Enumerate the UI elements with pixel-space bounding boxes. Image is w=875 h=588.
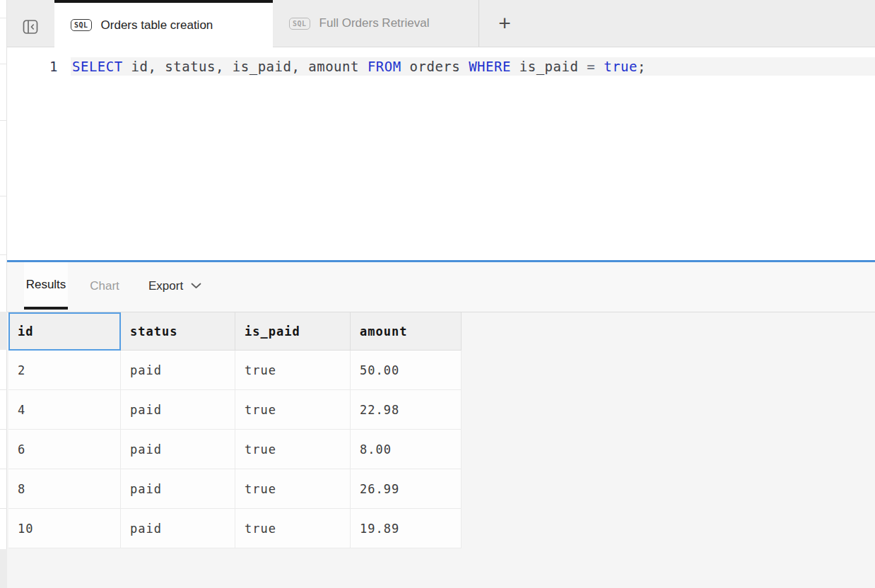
export-dropdown[interactable]: Export xyxy=(148,262,201,310)
tab-chart[interactable]: Chart xyxy=(83,262,126,310)
table-cell[interactable]: 8 xyxy=(8,469,121,509)
table-row: 4paidtrue22.98 xyxy=(8,390,462,430)
code-line[interactable]: 1 SELECT id, status, is_paid, amount FRO… xyxy=(7,57,875,76)
table-cell[interactable]: true xyxy=(235,351,351,390)
table-cell[interactable]: 50.00 xyxy=(351,351,462,390)
tab-label: Full Orders Retrieval xyxy=(319,16,430,30)
divider xyxy=(0,469,7,469)
tab-results[interactable]: Results xyxy=(24,262,68,310)
sql-editor[interactable]: 1 SELECT id, status, is_paid, amount FRO… xyxy=(7,47,875,260)
results-body: id status is_paid amount 2paidtrue50.004… xyxy=(7,312,875,588)
new-tab-button[interactable]: + xyxy=(490,0,519,47)
sql-badge-icon: SQL xyxy=(71,19,92,31)
sql-query-text[interactable]: SELECT id, status, is_paid, amount FROM … xyxy=(71,57,875,76)
table-cell[interactable]: 19.89 xyxy=(351,509,462,548)
table-cell[interactable]: paid xyxy=(121,430,235,469)
sql-token: ; xyxy=(638,59,646,74)
divider xyxy=(0,549,7,588)
line-number: 1 xyxy=(7,57,71,76)
table-cell[interactable]: 2 xyxy=(8,351,121,390)
column-header-is_paid[interactable]: is_paid xyxy=(235,312,351,351)
divider xyxy=(0,254,7,255)
table-cell[interactable]: true xyxy=(235,509,351,548)
divider xyxy=(0,64,7,64)
query-tab-bar: SQL Orders table creation SQL Full Order… xyxy=(7,0,875,47)
table-cell[interactable]: paid xyxy=(121,509,235,548)
table-cell[interactable]: 4 xyxy=(8,390,121,430)
column-header-id[interactable]: id xyxy=(8,312,121,351)
column-header-status[interactable]: status xyxy=(121,312,235,351)
sql-token: id, status, is_paid, amount xyxy=(123,59,368,74)
sql-badge-icon: SQL xyxy=(289,18,310,30)
sql-token: = xyxy=(587,59,595,74)
table-row: 2paidtrue50.00 xyxy=(8,351,462,390)
table-row: 8paidtrue26.99 xyxy=(8,469,462,509)
table-cell[interactable]: paid xyxy=(121,469,235,509)
table-cell[interactable]: true xyxy=(235,469,351,509)
table-cell[interactable]: true xyxy=(235,390,351,430)
export-label: Export xyxy=(148,279,183,293)
results-panel: Results Chart Export id status is_paid a… xyxy=(7,262,875,588)
tab-orders-table-creation[interactable]: SQL Orders table creation xyxy=(54,0,273,47)
table-cell[interactable]: 22.98 xyxy=(351,390,462,430)
tab-full-orders-retrieval[interactable]: SQL Full Orders Retrieval xyxy=(273,0,479,47)
panel-collapse-left-icon xyxy=(23,19,38,35)
sql-token: orders xyxy=(401,59,469,74)
divider xyxy=(0,389,7,390)
table-cell[interactable]: 8.00 xyxy=(351,430,462,469)
tab-label: Orders table creation xyxy=(101,18,213,33)
table-cell[interactable]: 6 xyxy=(8,430,121,469)
results-table: id status is_paid amount 2paidtrue50.004… xyxy=(8,312,462,548)
table-row: 10paidtrue19.89 xyxy=(8,509,462,548)
table-row: 6paidtrue8.00 xyxy=(8,430,462,469)
table-rows: 2paidtrue50.004paidtrue22.986paidtrue8.0… xyxy=(8,351,462,548)
table-cell[interactable]: true xyxy=(235,430,351,469)
table-cell[interactable]: paid xyxy=(121,390,235,430)
sql-token xyxy=(595,59,604,74)
sql-token: is_paid xyxy=(511,59,587,74)
divider xyxy=(0,429,7,430)
sql-keyword: FROM xyxy=(368,59,401,74)
divider xyxy=(0,120,7,121)
results-toolbar: Results Chart Export xyxy=(7,262,875,312)
divider xyxy=(0,312,7,350)
divider xyxy=(0,508,7,509)
table-cell[interactable]: paid xyxy=(121,351,235,390)
table-cell[interactable]: 26.99 xyxy=(351,469,462,509)
chevron-down-icon xyxy=(191,283,201,289)
sql-keyword: WHERE xyxy=(469,59,511,74)
sql-keyword: SELECT xyxy=(72,59,123,74)
table-cell[interactable]: 10 xyxy=(8,509,121,548)
collapsed-sidebar-strip xyxy=(0,0,7,588)
divider xyxy=(0,196,7,196)
divider xyxy=(0,18,7,18)
table-header-row: id status is_paid amount xyxy=(8,312,462,351)
column-header-amount[interactable]: amount xyxy=(351,312,462,351)
collapse-sidebar-button[interactable] xyxy=(23,19,38,35)
sql-keyword: true xyxy=(604,59,638,74)
